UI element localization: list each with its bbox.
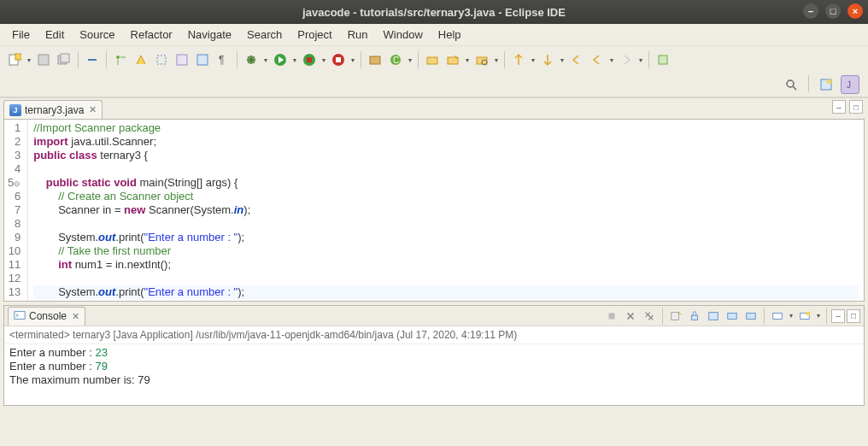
dropdown-icon[interactable]: ▾ <box>788 312 795 320</box>
open-type-icon[interactable] <box>423 50 442 69</box>
pin-icon[interactable] <box>654 50 672 69</box>
console-maximize-button[interactable]: □ <box>847 309 860 323</box>
back-icon[interactable] <box>567 50 586 69</box>
highlight-icon[interactable] <box>132 50 150 69</box>
scroll-lock-icon[interactable] <box>686 308 703 325</box>
toolbar-separator <box>106 51 107 68</box>
dropdown-icon[interactable]: ▾ <box>464 56 471 64</box>
wrap-icon[interactable] <box>193 50 212 69</box>
dropdown-icon[interactable]: ▾ <box>320 56 327 64</box>
dropdown-icon[interactable]: ▾ <box>559 56 566 64</box>
svg-text:¶: ¶ <box>219 54 224 66</box>
console-output[interactable]: Enter a number : 23Enter a number : 79Th… <box>4 344 864 389</box>
perspective-open-icon[interactable] <box>817 75 836 94</box>
editor-minimize-button[interactable]: – <box>832 100 846 114</box>
remove-launch-icon[interactable] <box>622 308 639 325</box>
svg-rect-7 <box>177 55 187 65</box>
menu-edit[interactable]: Edit <box>38 26 71 43</box>
menu-run[interactable]: Run <box>341 26 375 43</box>
toolbar-separator <box>504 51 505 68</box>
dropdown-icon[interactable]: ▾ <box>262 56 269 64</box>
svg-rect-15 <box>336 57 341 62</box>
save-icon[interactable] <box>34 50 53 69</box>
dropdown-icon[interactable]: ▾ <box>407 56 413 64</box>
menu-file[interactable]: File <box>5 26 37 43</box>
terminate-icon[interactable] <box>603 308 620 325</box>
window-minimize-button[interactable]: – <box>803 3 818 19</box>
console-icon <box>14 309 26 324</box>
remove-all-icon[interactable] <box>641 308 658 325</box>
block-select-icon[interactable] <box>152 50 171 69</box>
window-title: javacode - tutorials/src/ternary3.java -… <box>302 6 566 19</box>
show-console-icon[interactable] <box>724 308 741 325</box>
svg-rect-33 <box>728 313 737 319</box>
editor-maximize-button[interactable]: □ <box>849 100 863 114</box>
dropdown-icon[interactable]: ▾ <box>349 56 356 64</box>
svg-rect-2 <box>38 55 49 65</box>
main-toolbar: ▾ ¶ ▾ ▾ ▾ ▾ C▾ ▾ ▾ ▾ ▾ ▾ ▾ J <box>0 46 868 97</box>
back-history-icon[interactable] <box>588 50 607 69</box>
pin-console-icon[interactable] <box>742 308 760 325</box>
debug-icon[interactable] <box>242 50 261 69</box>
svg-rect-34 <box>747 313 756 319</box>
close-icon[interactable]: ✕ <box>72 311 79 322</box>
svg-rect-35 <box>773 313 783 319</box>
dropdown-icon[interactable]: ▾ <box>815 312 822 320</box>
svg-rect-4 <box>61 54 69 62</box>
dropdown-icon[interactable]: ▾ <box>26 56 32 64</box>
svg-rect-32 <box>709 312 718 320</box>
run-icon[interactable] <box>271 50 290 69</box>
next-annotation-icon[interactable] <box>538 50 557 69</box>
open-console-icon[interactable] <box>796 308 813 325</box>
console-tab-label: Console <box>29 310 67 322</box>
dropdown-icon[interactable]: ▾ <box>493 56 500 64</box>
dropdown-icon[interactable]: ▾ <box>637 56 644 64</box>
console-minimize-button[interactable]: – <box>831 309 845 323</box>
svg-rect-1 <box>15 54 21 60</box>
new-package-icon[interactable] <box>366 50 384 69</box>
search-folder-icon[interactable] <box>472 50 491 69</box>
new-class-icon[interactable]: C <box>386 50 405 69</box>
menu-window[interactable]: Window <box>377 26 430 43</box>
clear-console-icon[interactable] <box>667 308 684 325</box>
menu-search[interactable]: Search <box>240 26 289 43</box>
open-task-icon[interactable] <box>443 50 462 69</box>
menu-refactor[interactable]: Refactor <box>124 26 179 43</box>
new-icon[interactable] <box>5 50 24 69</box>
dropdown-icon[interactable]: ▾ <box>291 56 298 64</box>
prev-annotation-icon[interactable] <box>509 50 528 69</box>
window-maximize-button[interactable]: □ <box>825 3 841 19</box>
menu-source[interactable]: Source <box>73 26 121 43</box>
menu-help[interactable]: Help <box>431 26 468 43</box>
paragraph-icon[interactable]: ¶ <box>214 50 232 69</box>
save-all-icon[interactable] <box>55 50 73 69</box>
close-icon[interactable]: ✕ <box>89 104 97 115</box>
editor-tabstrip: J ternary3.java ✕ – □ <box>0 98 868 119</box>
console-view: Console ✕ ▾ ▾ – □ <terminated> ternary3 … <box>3 305 865 406</box>
console-tab[interactable]: Console ✕ <box>8 307 85 326</box>
svg-point-24 <box>787 80 794 87</box>
show-whitespace-icon[interactable] <box>173 50 191 69</box>
code-content[interactable]: //Import Scanner packageimport java.util… <box>28 120 864 301</box>
window-close-button[interactable]: × <box>847 3 863 19</box>
menu-navigate[interactable]: Navigate <box>181 26 238 43</box>
toggle-breadcrumb-icon[interactable] <box>111 50 130 69</box>
dropdown-icon[interactable]: ▾ <box>530 56 537 64</box>
editor-tab-ternary3[interactable]: J ternary3.java ✕ <box>3 100 103 119</box>
java-perspective-icon[interactable]: J <box>841 75 859 94</box>
link-icon[interactable] <box>83 50 102 69</box>
console-status: <terminated> ternary3 [Java Application]… <box>4 326 864 344</box>
display-console-icon[interactable] <box>769 308 786 325</box>
run-last-icon[interactable] <box>329 50 348 69</box>
svg-rect-37 <box>806 311 810 314</box>
coverage-icon[interactable] <box>300 50 319 69</box>
search-icon[interactable] <box>782 75 801 94</box>
forward-history-icon[interactable] <box>617 50 636 69</box>
dropdown-icon[interactable]: ▾ <box>608 56 615 64</box>
menu-project[interactable]: Project <box>290 26 338 43</box>
console-tabstrip: Console ✕ ▾ ▾ – □ <box>4 306 864 326</box>
word-wrap-icon[interactable] <box>705 308 722 325</box>
line-number-gutter: 12345⊖678910111213 <box>4 120 28 301</box>
code-editor[interactable]: 12345⊖678910111213 //Import Scanner pack… <box>3 119 865 302</box>
svg-text:J: J <box>847 80 851 90</box>
